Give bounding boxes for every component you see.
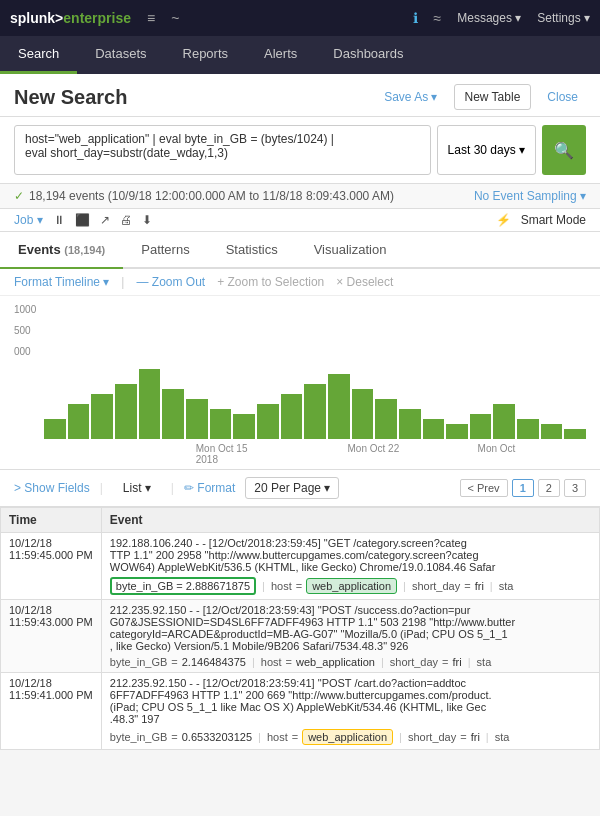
- page-1-button[interactable]: 1: [512, 479, 534, 497]
- field-sta-label-2: sta: [477, 656, 492, 668]
- job-bar: Job ▾ ⏸ ⬛ ↗ 🖨 ⬇ ⚡ Smart Mode: [0, 209, 600, 232]
- event-sampling-button[interactable]: No Event Sampling ▾: [474, 189, 586, 203]
- events-table: Time Event 10/12/1811:59:45.000 PM 192.1…: [0, 507, 600, 750]
- hamburger-icon[interactable]: ≡: [147, 10, 155, 26]
- messages-menu[interactable]: Messages ▾: [457, 11, 521, 25]
- chart-bar: [257, 404, 279, 439]
- tab-visualization[interactable]: Visualization: [296, 232, 405, 269]
- search-input[interactable]: host="web_application" | eval byte_in_GB…: [14, 125, 431, 175]
- time-range-picker[interactable]: Last 30 days ▾: [437, 125, 536, 175]
- event-detail-2: 212.235.92.150 - - [12/Oct/2018:23:59:43…: [101, 600, 599, 673]
- nav-dashboards[interactable]: Dashboards: [315, 36, 421, 74]
- main-content: New Search Save As ▾ New Table Close hos…: [0, 74, 600, 750]
- field-sep2: |: [403, 580, 406, 592]
- per-page-dropdown[interactable]: 20 Per Page ▾: [245, 477, 339, 499]
- event-detail-3: 212.235.92.150 - - [12/Oct/2018:23:59:41…: [101, 673, 599, 750]
- chart-bar: [541, 424, 563, 439]
- chart-bar: [423, 419, 445, 439]
- chart-bar: [304, 384, 326, 439]
- save-as-button[interactable]: Save As ▾: [376, 86, 445, 108]
- chart-bar: [233, 414, 255, 439]
- prev-page-button[interactable]: < Prev: [460, 479, 508, 497]
- job-menu[interactable]: Job ▾: [14, 213, 43, 227]
- field-host-val-1[interactable]: web_application: [306, 578, 397, 594]
- chart-bar: [186, 399, 208, 439]
- chart-bar: [470, 414, 492, 439]
- close-button[interactable]: Close: [539, 86, 586, 108]
- chart-area: 1000 500 000 Mon Oct 152018 Mon Oct 22 M…: [0, 296, 600, 470]
- event-text-3: 212.235.92.150 - - [12/Oct/2018:23:59:41…: [110, 677, 591, 725]
- chart-container: Mon Oct 152018 Mon Oct 22 Mon Oct: [44, 359, 586, 469]
- page-3-button[interactable]: 3: [564, 479, 586, 497]
- tab-patterns[interactable]: Patterns: [123, 232, 207, 269]
- event-text-2: 212.235.92.150 - - [12/Oct/2018:23:59:43…: [110, 604, 591, 652]
- chart-label-1: Mon Oct 152018: [196, 443, 248, 465]
- table-row: 10/12/1811:59:43.000 PM 212.235.92.150 -…: [1, 600, 600, 673]
- show-fields-button[interactable]: > Show Fields: [14, 481, 90, 495]
- field-host-label-2: host: [261, 656, 282, 668]
- chart-bars: [44, 359, 586, 439]
- chart-labels: Mon Oct 152018 Mon Oct 22 Mon Oct: [44, 439, 586, 469]
- field-host-val-3[interactable]: web_application: [302, 729, 393, 745]
- new-table-button[interactable]: New Table: [454, 84, 532, 110]
- field-sep3: |: [490, 580, 493, 592]
- print-icon[interactable]: 🖨: [120, 213, 132, 227]
- stop-icon[interactable]: ⬛: [75, 213, 90, 227]
- format-timeline-button[interactable]: Format Timeline ▾: [14, 275, 109, 289]
- nav-alerts[interactable]: Alerts: [246, 36, 315, 74]
- share-icon[interactable]: ↗: [100, 213, 110, 227]
- zoom-selection-button[interactable]: + Zoom to Selection: [217, 275, 324, 289]
- chart-label-3: Mon Oct: [478, 443, 516, 454]
- page-2-button[interactable]: 2: [538, 479, 560, 497]
- field-shortday-label: short_day: [412, 580, 460, 592]
- table-row: 10/12/1811:59:41.000 PM 212.235.92.150 -…: [1, 673, 600, 750]
- chart-bar: [139, 369, 161, 439]
- top-nav: splunk>enterprise ≡ ~ ℹ ≈ Messages ▾ Set…: [0, 0, 600, 36]
- nav-search[interactable]: Search: [0, 36, 77, 74]
- chart-bar: [564, 429, 586, 439]
- chart-bar: [91, 394, 113, 439]
- tl-sep1: |: [121, 275, 124, 289]
- chart-bar: [352, 389, 374, 439]
- chart-bar: [210, 409, 232, 439]
- chart-bar: [162, 389, 184, 439]
- chart-bar: [517, 419, 539, 439]
- list-dropdown[interactable]: List ▾: [113, 476, 161, 500]
- col-time: Time: [1, 508, 102, 533]
- field-shortday-val-2: fri: [453, 656, 462, 668]
- chart-bar: [375, 399, 397, 439]
- chart-bar: [446, 424, 468, 439]
- check-icon: ✓: [14, 189, 24, 203]
- events-info-bar: ✓ 18,194 events (10/9/18 12:00:00.000 AM…: [0, 184, 600, 209]
- activity-icon[interactable]: ≈: [434, 10, 442, 26]
- format-button[interactable]: ✏ Format: [184, 481, 235, 495]
- nav-reports[interactable]: Reports: [165, 36, 247, 74]
- field-host-val-2: web_application: [296, 656, 375, 668]
- field-byte-3: byte_in_GB: [110, 731, 167, 743]
- search-query-line1: host="web_application" | eval byte_in_GB…: [25, 132, 420, 146]
- chart-bar: [115, 384, 137, 439]
- search-button[interactable]: 🔍: [542, 125, 586, 175]
- search-icon: 🔍: [554, 141, 574, 160]
- logo-enterprise: enterprise: [63, 10, 131, 26]
- page-title: New Search: [14, 86, 376, 109]
- info-icon[interactable]: ℹ: [413, 10, 418, 26]
- export-icon[interactable]: ⬇: [142, 213, 152, 227]
- smart-mode-label: Smart Mode: [521, 213, 586, 227]
- settings-menu[interactable]: Settings ▾: [537, 11, 590, 25]
- tab-events[interactable]: Events (18,194): [0, 232, 123, 269]
- field-shortday-eq: =: [464, 580, 470, 592]
- list-sep2: |: [171, 481, 174, 495]
- nav-datasets[interactable]: Datasets: [77, 36, 164, 74]
- events-count-text: 18,194 events (10/9/18 12:00:00.000 AM t…: [29, 189, 394, 203]
- splunk-logo: splunk>enterprise: [10, 10, 131, 26]
- zoom-out-button[interactable]: — Zoom Out: [136, 275, 205, 289]
- tab-statistics[interactable]: Statistics: [208, 232, 296, 269]
- col-event: Event: [101, 508, 599, 533]
- field-shortday-label-2: short_day: [390, 656, 438, 668]
- field-byte-in-gb[interactable]: byte_in_GB = 2.888671875: [110, 577, 256, 595]
- deselect-button[interactable]: × Deselect: [336, 275, 393, 289]
- chart-bar: [328, 374, 350, 439]
- pause-icon[interactable]: ⏸: [53, 213, 65, 227]
- tilde-icon[interactable]: ~: [171, 10, 179, 26]
